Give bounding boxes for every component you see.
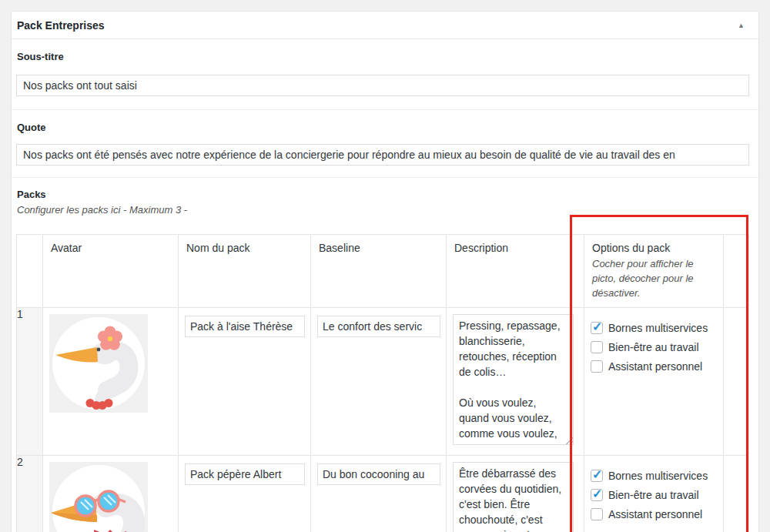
- baseline-column-header: Baseline: [311, 235, 447, 308]
- subtitle-input[interactable]: [16, 75, 749, 96]
- checkbox-label: Bien-être au travail: [608, 341, 699, 353]
- table-row: 1: [17, 308, 749, 456]
- row-actions-cell: [724, 308, 749, 456]
- checkbox-bien-etre[interactable]: [591, 341, 603, 353]
- options-header-title: Options du pack: [592, 242, 670, 254]
- option-item: Bien-être au travail: [591, 489, 717, 501]
- pack-entreprises-metabox: Pack Entreprises ▲ Sous-titre Quote Pack…: [11, 11, 759, 532]
- table-row: 2: [17, 456, 749, 532]
- field-divider: [12, 177, 758, 178]
- name-cell: [179, 308, 311, 456]
- checkbox-label: Assistant personnel: [608, 360, 702, 373]
- checkbox-bien-etre[interactable]: [591, 489, 603, 501]
- description-cell: Pressing, repassage, blanchisserie, reto…: [447, 308, 584, 456]
- packs-instructions: Configurer les packs ici - Maximum 3 -: [17, 204, 187, 216]
- description-column-header: Description: [447, 235, 584, 308]
- quote-label: Quote: [17, 122, 46, 133]
- pack-description-textarea[interactable]: Être débarrassé des corvées du quotidien…: [453, 462, 574, 532]
- checkbox-label: Assistant personnel: [608, 508, 702, 520]
- quote-input[interactable]: [16, 144, 749, 166]
- options-cell: Bornes multiservices Bien-être au travai…: [584, 456, 724, 532]
- option-item: Bornes multiservices: [591, 322, 717, 334]
- table-header-row: Avatar Nom du pack Baseline Description …: [17, 235, 749, 308]
- option-item: Bornes multiservices: [591, 470, 717, 482]
- row-number: 2: [17, 456, 43, 532]
- name-cell: [179, 456, 311, 532]
- packs-label: Packs: [17, 189, 46, 200]
- checkbox-assistant[interactable]: [591, 508, 603, 520]
- checkbox-label: Bornes multiservices: [608, 470, 708, 482]
- options-column-header: Options du pack Cocher pour afficher le …: [584, 235, 724, 308]
- option-item: Bien-être au travail: [591, 341, 717, 353]
- goose-sunglasses-avatar: [49, 462, 148, 532]
- pack-name-input[interactable]: [185, 463, 305, 485]
- goose-flower-avatar: [49, 314, 148, 413]
- row-actions-cell: [724, 456, 749, 532]
- option-item: Assistant personnel: [591, 508, 717, 520]
- baseline-cell: [311, 308, 447, 456]
- row-number: 1: [17, 308, 43, 456]
- collapse-toggle-icon[interactable]: ▲: [733, 18, 749, 32]
- options-cell: Bornes multiservices Bien-être au travai…: [584, 308, 724, 456]
- options-header-instructions: Cocher pour afficher le picto, décocher …: [592, 256, 715, 300]
- metabox-title: Pack Entreprises: [17, 19, 733, 32]
- packs-repeater-table: Avatar Nom du pack Baseline Description …: [16, 234, 749, 532]
- field-divider: [12, 109, 758, 110]
- subtitle-label: Sous-titre: [17, 51, 64, 62]
- avatar-cell: [43, 456, 179, 532]
- avatar-column-header: Avatar: [43, 235, 179, 308]
- metabox-header: Pack Entreprises ▲: [12, 12, 758, 39]
- row-number-header: [17, 235, 43, 308]
- checkbox-label: Bien-être au travail: [608, 489, 699, 501]
- row-actions-header: [724, 235, 749, 308]
- checkbox-label: Bornes multiservices: [608, 322, 708, 334]
- pack-baseline-input[interactable]: [317, 463, 440, 485]
- description-cell: Être débarrassé des corvées du quotidien…: [447, 456, 584, 532]
- checkbox-bornes-multiservices[interactable]: [591, 322, 603, 334]
- checkbox-assistant[interactable]: [591, 360, 603, 373]
- baseline-cell: [311, 456, 447, 532]
- checkbox-bornes-multiservices[interactable]: [591, 470, 603, 482]
- pack-baseline-input[interactable]: [317, 316, 440, 337]
- pack-name-input[interactable]: [185, 316, 305, 337]
- option-item: Assistant personnel: [591, 360, 717, 373]
- name-column-header: Nom du pack: [179, 235, 311, 308]
- avatar-cell: [43, 308, 179, 456]
- pack-description-textarea[interactable]: Pressing, repassage, blanchisserie, reto…: [453, 314, 574, 445]
